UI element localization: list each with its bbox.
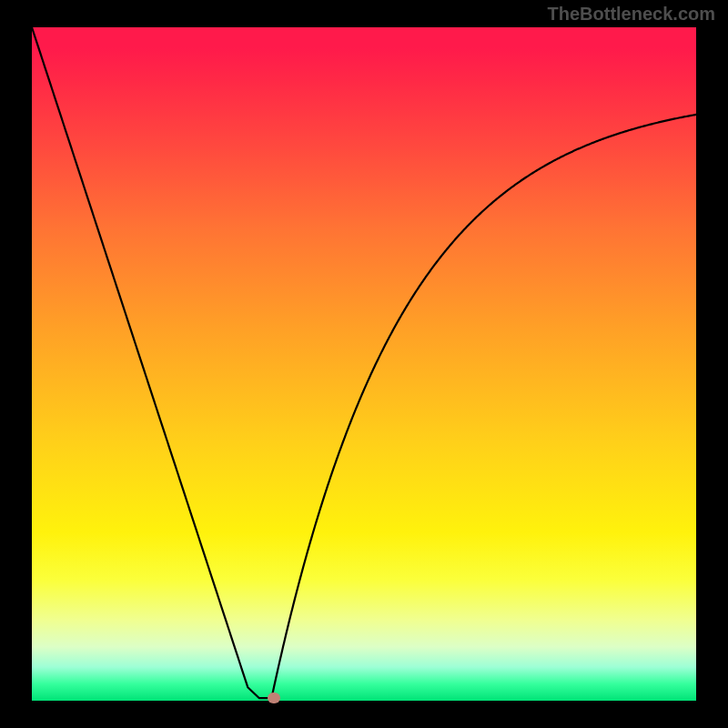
watermark-text: TheBottleneck.com	[548, 4, 715, 25]
background-gradient	[32, 27, 696, 701]
chart-frame: TheBottleneck.com	[0, 0, 728, 728]
plot-area	[32, 27, 696, 701]
minimum-marker	[268, 693, 280, 703]
